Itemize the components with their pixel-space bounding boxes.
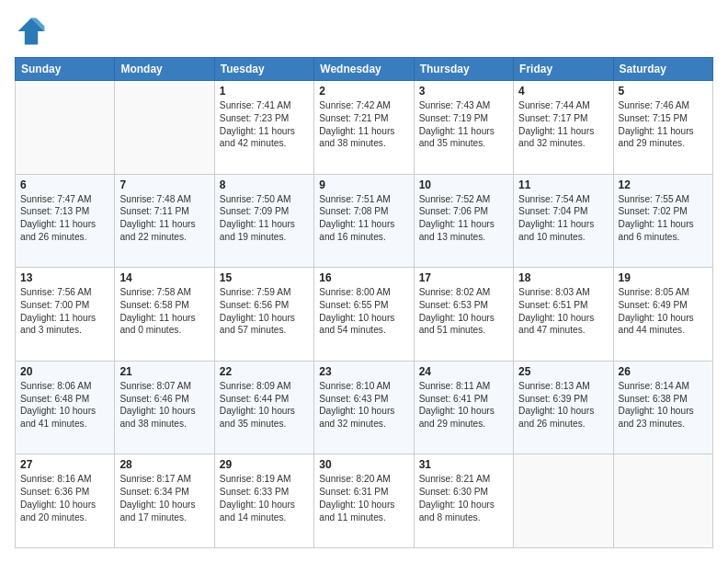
day-info: Sunrise: 8:13 AMSunset: 6:39 PMDaylight:… xyxy=(518,380,608,431)
day-info: Sunrise: 8:07 AMSunset: 6:46 PMDaylight:… xyxy=(119,380,209,431)
day-number: 17 xyxy=(419,271,508,284)
day-info: Sunrise: 8:21 AMSunset: 6:30 PMDaylight:… xyxy=(419,473,508,523)
calendar-day-cell: 21Sunrise: 8:07 AMSunset: 6:46 PMDayligh… xyxy=(115,361,214,454)
weekday-header-sunday: Sunday xyxy=(16,58,115,81)
calendar-day-cell: 11Sunrise: 7:54 AMSunset: 7:04 PMDayligh… xyxy=(514,174,613,268)
weekday-header-monday: Monday xyxy=(115,58,214,81)
day-info: Sunrise: 8:05 AMSunset: 6:49 PMDaylight:… xyxy=(619,286,708,337)
calendar-day-cell: 18Sunrise: 8:03 AMSunset: 6:51 PMDayligh… xyxy=(514,268,613,362)
day-number: 11 xyxy=(518,178,608,191)
day-number: 21 xyxy=(119,365,209,378)
day-info: Sunrise: 8:03 AMSunset: 6:51 PMDaylight:… xyxy=(518,286,608,337)
day-info: Sunrise: 7:58 AMSunset: 6:58 PMDaylight:… xyxy=(119,286,209,337)
calendar-day-cell: 31Sunrise: 8:21 AMSunset: 6:30 PMDayligh… xyxy=(414,454,513,548)
header xyxy=(15,15,713,48)
calendar-day-cell: 16Sunrise: 8:00 AMSunset: 6:55 PMDayligh… xyxy=(314,268,414,362)
day-info: Sunrise: 7:59 AMSunset: 6:56 PMDaylight:… xyxy=(220,286,309,337)
day-info: Sunrise: 8:00 AMSunset: 6:55 PMDaylight:… xyxy=(319,286,408,337)
calendar-day-cell xyxy=(613,454,712,548)
calendar-day-cell xyxy=(514,454,613,548)
calendar-day-cell: 19Sunrise: 8:05 AMSunset: 6:49 PMDayligh… xyxy=(613,268,712,362)
calendar-week-row: 1Sunrise: 7:41 AMSunset: 7:23 PMDaylight… xyxy=(16,81,713,175)
day-number: 30 xyxy=(319,458,408,471)
calendar-day-cell: 1Sunrise: 7:41 AMSunset: 7:23 PMDaylight… xyxy=(214,81,313,175)
calendar-week-row: 6Sunrise: 7:47 AMSunset: 7:13 PMDaylight… xyxy=(16,174,713,268)
calendar-day-cell: 29Sunrise: 8:19 AMSunset: 6:33 PMDayligh… xyxy=(214,454,313,548)
day-number: 14 xyxy=(119,271,209,284)
day-info: Sunrise: 7:54 AMSunset: 7:04 PMDaylight:… xyxy=(518,193,608,244)
calendar-week-row: 20Sunrise: 8:06 AMSunset: 6:48 PMDayligh… xyxy=(16,361,713,454)
calendar-day-cell: 22Sunrise: 8:09 AMSunset: 6:44 PMDayligh… xyxy=(214,361,313,454)
day-info: Sunrise: 7:55 AMSunset: 7:02 PMDaylight:… xyxy=(619,193,708,244)
page: SundayMondayTuesdayWednesdayThursdayFrid… xyxy=(0,0,728,563)
calendar-day-cell xyxy=(16,81,115,175)
day-info: Sunrise: 8:02 AMSunset: 6:53 PMDaylight:… xyxy=(419,286,508,337)
day-info: Sunrise: 8:17 AMSunset: 6:34 PMDaylight:… xyxy=(119,473,209,523)
calendar-day-cell: 12Sunrise: 7:55 AMSunset: 7:02 PMDayligh… xyxy=(613,174,712,268)
day-number: 12 xyxy=(619,178,708,191)
day-info: Sunrise: 7:52 AMSunset: 7:06 PMDaylight:… xyxy=(419,193,508,244)
calendar-day-cell: 10Sunrise: 7:52 AMSunset: 7:06 PMDayligh… xyxy=(414,174,513,268)
day-number: 5 xyxy=(619,85,708,98)
day-info: Sunrise: 7:41 AMSunset: 7:23 PMDaylight:… xyxy=(220,99,309,150)
calendar-day-cell: 4Sunrise: 7:44 AMSunset: 7:17 PMDaylight… xyxy=(514,81,613,175)
calendar-week-row: 27Sunrise: 8:16 AMSunset: 6:36 PMDayligh… xyxy=(16,454,713,548)
day-number: 20 xyxy=(20,365,109,378)
calendar-day-cell xyxy=(115,81,214,175)
day-info: Sunrise: 8:19 AMSunset: 6:33 PMDaylight:… xyxy=(220,473,309,523)
logo xyxy=(15,15,51,48)
svg-marker-0 xyxy=(18,18,45,45)
day-info: Sunrise: 8:20 AMSunset: 6:31 PMDaylight:… xyxy=(319,473,408,523)
day-info: Sunrise: 7:42 AMSunset: 7:21 PMDaylight:… xyxy=(319,99,408,150)
day-number: 22 xyxy=(220,365,309,378)
calendar-day-cell: 6Sunrise: 7:47 AMSunset: 7:13 PMDaylight… xyxy=(16,174,115,268)
day-info: Sunrise: 7:56 AMSunset: 7:00 PMDaylight:… xyxy=(20,286,109,337)
day-number: 27 xyxy=(20,458,109,471)
calendar-day-cell: 30Sunrise: 8:20 AMSunset: 6:31 PMDayligh… xyxy=(314,454,414,548)
weekday-header-saturday: Saturday xyxy=(613,58,712,81)
day-number: 1 xyxy=(220,85,309,98)
day-number: 28 xyxy=(119,458,209,471)
weekday-header-tuesday: Tuesday xyxy=(214,58,313,81)
day-number: 16 xyxy=(319,271,408,284)
day-number: 18 xyxy=(518,271,608,284)
day-number: 25 xyxy=(518,365,608,378)
calendar-day-cell: 14Sunrise: 7:58 AMSunset: 6:58 PMDayligh… xyxy=(115,268,214,362)
day-info: Sunrise: 8:11 AMSunset: 6:41 PMDaylight:… xyxy=(419,380,508,431)
calendar-day-cell: 13Sunrise: 7:56 AMSunset: 7:00 PMDayligh… xyxy=(16,268,115,362)
day-number: 31 xyxy=(419,458,508,471)
day-info: Sunrise: 8:10 AMSunset: 6:43 PMDaylight:… xyxy=(319,380,408,431)
calendar-day-cell: 3Sunrise: 7:43 AMSunset: 7:19 PMDaylight… xyxy=(414,81,513,175)
day-info: Sunrise: 7:51 AMSunset: 7:08 PMDaylight:… xyxy=(319,193,408,244)
calendar-day-cell: 2Sunrise: 7:42 AMSunset: 7:21 PMDaylight… xyxy=(314,81,414,175)
day-number: 7 xyxy=(119,178,209,191)
day-number: 24 xyxy=(419,365,508,378)
day-info: Sunrise: 7:46 AMSunset: 7:15 PMDaylight:… xyxy=(619,99,708,150)
calendar-day-cell: 15Sunrise: 7:59 AMSunset: 6:56 PMDayligh… xyxy=(214,268,313,362)
day-number: 4 xyxy=(518,85,608,98)
calendar-day-cell: 24Sunrise: 8:11 AMSunset: 6:41 PMDayligh… xyxy=(414,361,513,454)
calendar-day-cell: 17Sunrise: 8:02 AMSunset: 6:53 PMDayligh… xyxy=(414,268,513,362)
day-number: 3 xyxy=(419,85,508,98)
day-number: 8 xyxy=(220,178,309,191)
logo-icon xyxy=(15,15,48,48)
day-info: Sunrise: 8:06 AMSunset: 6:48 PMDaylight:… xyxy=(20,380,109,431)
day-number: 19 xyxy=(619,271,708,284)
day-info: Sunrise: 8:09 AMSunset: 6:44 PMDaylight:… xyxy=(220,380,309,431)
calendar-day-cell: 20Sunrise: 8:06 AMSunset: 6:48 PMDayligh… xyxy=(16,361,115,454)
day-info: Sunrise: 8:14 AMSunset: 6:38 PMDaylight:… xyxy=(619,380,708,431)
day-info: Sunrise: 7:43 AMSunset: 7:19 PMDaylight:… xyxy=(419,99,508,150)
weekday-header-wednesday: Wednesday xyxy=(314,58,414,81)
day-number: 13 xyxy=(20,271,109,284)
weekday-header-thursday: Thursday xyxy=(414,58,513,81)
calendar-day-cell: 26Sunrise: 8:14 AMSunset: 6:38 PMDayligh… xyxy=(613,361,712,454)
day-number: 9 xyxy=(319,178,408,191)
day-info: Sunrise: 7:50 AMSunset: 7:09 PMDaylight:… xyxy=(220,193,309,244)
day-number: 29 xyxy=(220,458,309,471)
day-number: 15 xyxy=(220,271,309,284)
day-info: Sunrise: 7:44 AMSunset: 7:17 PMDaylight:… xyxy=(518,99,608,150)
day-info: Sunrise: 7:47 AMSunset: 7:13 PMDaylight:… xyxy=(20,193,109,244)
day-number: 23 xyxy=(319,365,408,378)
calendar-day-cell: 7Sunrise: 7:48 AMSunset: 7:11 PMDaylight… xyxy=(115,174,214,268)
day-info: Sunrise: 7:48 AMSunset: 7:11 PMDaylight:… xyxy=(119,193,209,244)
